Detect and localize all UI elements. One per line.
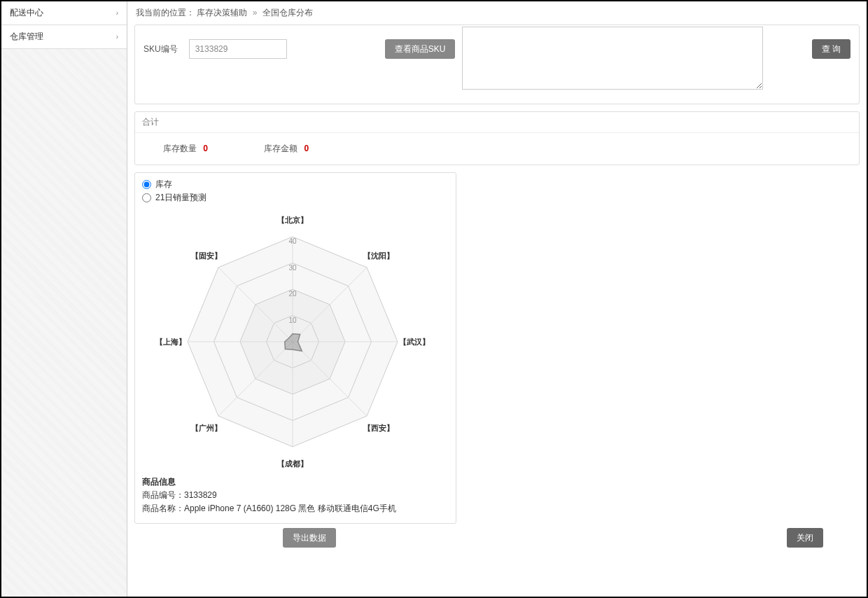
radar-ring-label: 30 [288, 263, 296, 271]
radar-axis-label: 【上海】 [155, 337, 186, 347]
close-button[interactable]: 关闭 [787, 528, 823, 548]
radar-axis-label: 【西安】 [363, 423, 394, 433]
product-name-label: 商品名称： [142, 503, 184, 513]
radar-axis-label: 【武汉】 [399, 337, 430, 347]
radar-svg [142, 205, 443, 471]
stat-amt-label: 库存金额 [264, 144, 298, 153]
stat-qty: 库存数量 0 [163, 143, 208, 155]
export-button[interactable]: 导出数据 [283, 528, 336, 548]
radar-axis-label: 【沈阳】 [363, 250, 394, 260]
breadcrumb-part1: 库存决策辅助 [197, 8, 247, 18]
sidebar-item-warehouse[interactable]: 仓库管理 › [1, 25, 127, 49]
stat-amt-value: 0 [304, 144, 309, 153]
product-info: 商品信息 商品编号：3133829 商品名称：Apple iPhone 7 (A… [142, 475, 449, 516]
stat-qty-value: 0 [203, 144, 208, 153]
product-name-value: Apple iPhone 7 (A1660) 128G 黑色 移动联通电信4G手… [184, 503, 396, 513]
view-sku-button[interactable]: 查看商品SKU [385, 39, 456, 59]
radio-stock-input[interactable] [142, 180, 151, 189]
product-code-label: 商品编号： [142, 490, 184, 500]
stat-qty-label: 库存数量 [163, 144, 197, 153]
chevron-right-icon: › [116, 33, 118, 41]
sidebar-item-distribution[interactable]: 配送中心 › [1, 1, 127, 25]
radar-ring-label: 10 [288, 316, 296, 324]
stat-amt: 库存金额 0 [264, 143, 309, 155]
radar-axis-label: 【北京】 [277, 215, 308, 225]
search-panel: SKU编号 查看商品SKU 查 询 [134, 25, 860, 104]
radio-sales[interactable]: 21日销量预测 [142, 192, 449, 204]
radar-ring-label: 20 [288, 290, 296, 298]
footer-buttons: 导出数据 关闭 [127, 524, 867, 552]
radar-axis-label: 【成都】 [277, 459, 308, 469]
notes-textarea[interactable] [462, 27, 763, 90]
sidebar: 配送中心 › 仓库管理 › [1, 1, 127, 597]
radio-stock[interactable]: 库存 [142, 179, 449, 190]
breadcrumb-sep: » [253, 8, 258, 18]
radar-chart: 10203040【北京】【沈阳】【武汉】【西安】【成都】【广州】【上海】【固安】 [142, 205, 443, 471]
search-button[interactable]: 查 询 [812, 39, 850, 59]
main-content: 我当前的位置： 库存决策辅助 » 全国仓库分布 SKU编号 查看商品SKU 查 … [127, 1, 867, 597]
product-code-row: 商品编号：3133829 [142, 489, 449, 502]
sidebar-item-label: 配送中心 [10, 7, 43, 19]
chevron-right-icon: › [116, 9, 118, 17]
radar-axis-label: 【广州】 [191, 423, 222, 433]
radar-axis-label: 【固安】 [191, 250, 222, 260]
product-info-title: 商品信息 [142, 475, 449, 489]
sku-label: SKU编号 [144, 39, 178, 59]
sidebar-item-label: 仓库管理 [10, 31, 43, 43]
stats-header: 合计 [135, 112, 859, 133]
radio-stock-label: 库存 [155, 179, 172, 190]
sku-input[interactable] [189, 39, 287, 59]
stats-panel: 合计 库存数量 0 库存金额 0 [134, 111, 860, 165]
radio-sales-label: 21日销量预测 [155, 192, 206, 204]
product-name-row: 商品名称：Apple iPhone 7 (A1660) 128G 黑色 移动联通… [142, 502, 449, 515]
breadcrumb: 我当前的位置： 库存决策辅助 » 全国仓库分布 [127, 1, 867, 25]
product-code-value: 3133829 [184, 490, 217, 500]
radar-ring-label: 40 [288, 237, 296, 245]
breadcrumb-prefix: 我当前的位置： [136, 8, 195, 18]
radio-sales-input[interactable] [142, 193, 151, 202]
breadcrumb-part2: 全国仓库分布 [262, 8, 313, 18]
radar-chart-card: 库存 21日销量预测 10203040【北京】【沈阳】【武汉】【西安】【成都】【… [134, 172, 456, 524]
